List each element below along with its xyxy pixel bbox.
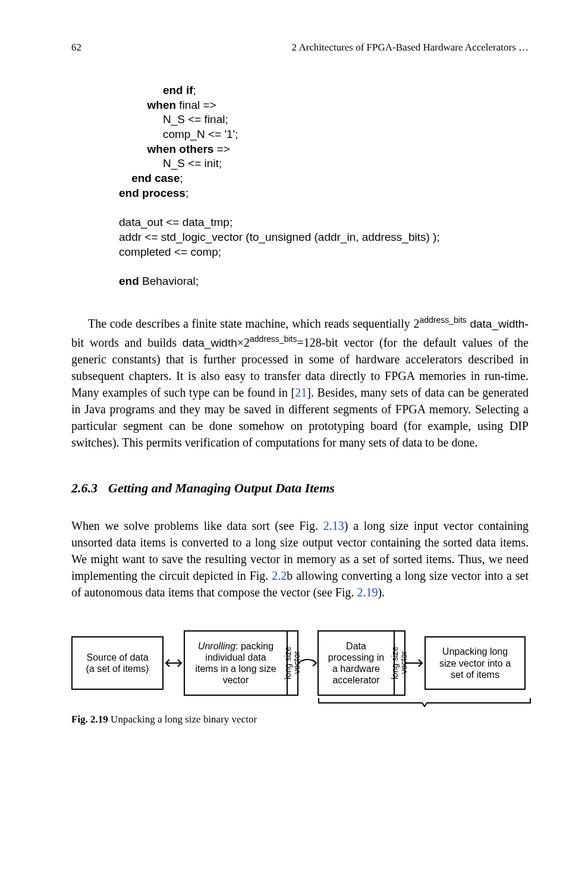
vertical-label: long sizevector <box>284 645 302 680</box>
page: 62 2 Architectures of FPGA-Based Hardwar… <box>0 0 588 791</box>
paragraph-1: The code describes a finite state machin… <box>71 313 529 451</box>
bracket-group: Data processing in a hardware accelerato… <box>317 630 526 696</box>
code-keyword: end process <box>119 187 185 199</box>
code-inline: data_width <box>183 337 237 349</box>
code-text: addr <= std_logic_vector (to_unsigned (a… <box>119 231 440 243</box>
figure-caption: Fig. 2.19 Unpacking a long size binary v… <box>71 714 529 725</box>
text: ×2 <box>237 336 250 349</box>
code-text: Behavioral; <box>139 275 199 287</box>
diagram-box-unpacking: Unpacking long size vector into a set of… <box>425 636 526 690</box>
code-listing: end if; when final => N_S <= final; comp… <box>119 83 529 289</box>
box-text: a hardware <box>332 663 380 674</box>
code-text: data_out <= data_tmp; <box>119 216 232 228</box>
double-arrow-icon <box>163 656 184 670</box>
figure-ref[interactable]: 2.13 <box>323 519 344 532</box>
text: vector <box>292 652 301 674</box>
code-keyword: end if <box>163 84 193 96</box>
code-keyword: end case <box>131 172 180 184</box>
page-header: 62 2 Architectures of FPGA-Based Hardwar… <box>71 42 529 54</box>
figure-2-19: Source of data (a set of items) Unrollin… <box>71 630 529 725</box>
superscript: address_bits <box>250 334 297 344</box>
figure-ref[interactable]: 2.2 <box>272 569 287 582</box>
long-size-vector-label: long sizevector <box>395 630 405 696</box>
box-text: accelerator <box>332 674 379 686</box>
code-text: ; <box>185 187 188 199</box>
code-keyword: end <box>119 275 139 287</box>
running-title: 2 Architectures of FPGA-Based Hardware A… <box>292 42 529 54</box>
caption-label: Fig. 2.19 <box>71 714 108 725</box>
diagram-box-source: Source of data (a set of items) <box>71 636 163 690</box>
caption-text: Unpacking a long size binary vector <box>108 714 257 725</box>
text: : packing <box>235 641 273 651</box>
code-text: ; <box>193 84 196 96</box>
section-number: 2.6.3 <box>71 480 98 495</box>
code-text: N_S <= init; <box>163 157 222 169</box>
vertical-label: long sizevector <box>391 645 409 680</box>
superscript: address_bits <box>419 315 466 325</box>
text: ). <box>378 586 385 599</box>
diagram-box-processing: Data processing in a hardware accelerato… <box>317 630 395 696</box>
figure-ref[interactable]: 2.19 <box>357 586 378 599</box>
code-text: completed <= comp; <box>119 246 221 258</box>
long-size-vector-label: long sizevector <box>288 630 298 696</box>
paragraph-2: When we solve problems like data sort (s… <box>71 517 529 601</box>
text: The code describes a finite state machin… <box>88 316 419 329</box>
box-text: items in a long size <box>195 663 276 674</box>
box-text: (a set of items) <box>86 663 149 674</box>
citation-link[interactable]: 21 <box>295 386 307 399</box>
text: long size <box>390 646 400 679</box>
box-text: processing in <box>328 652 384 663</box>
code-text: N_S <= final; <box>163 113 228 125</box>
box-text: Unrolling: packing <box>198 640 273 652</box>
box-text: vector <box>223 674 249 686</box>
box-text: set of items <box>451 669 499 680</box>
code-keyword: when <box>147 99 177 111</box>
code-text: => <box>213 143 229 155</box>
section-title: Getting and Managing Output Data Items <box>108 480 335 495</box>
code-text: final => <box>176 99 216 111</box>
box-text: Unpacking long <box>442 646 508 657</box>
under-bracket-icon <box>317 697 532 708</box>
section-heading: 2.6.3Getting and Managing Output Data It… <box>71 480 529 496</box>
diagram: Source of data (a set of items) Unrollin… <box>71 630 529 696</box>
code-text: comp_N <= '1'; <box>163 128 238 140</box>
text: When we solve problems like data sort (s… <box>71 519 323 532</box>
box-text: Source of data <box>86 652 148 663</box>
code-text: ; <box>180 172 183 184</box>
text: vector <box>399 652 408 674</box>
code-inline: data_width <box>470 317 524 329</box>
italic-text: Unrolling <box>198 641 235 651</box>
box-text: size vector into a <box>439 658 511 669</box>
diagram-box-unrolling: Unrolling: packing individual data items… <box>184 630 288 696</box>
box-text: Data <box>346 640 366 652</box>
code-keyword: when others <box>147 143 214 155</box>
box-text: individual data <box>205 652 266 663</box>
text: long size <box>283 646 293 679</box>
page-number: 62 <box>71 42 81 54</box>
